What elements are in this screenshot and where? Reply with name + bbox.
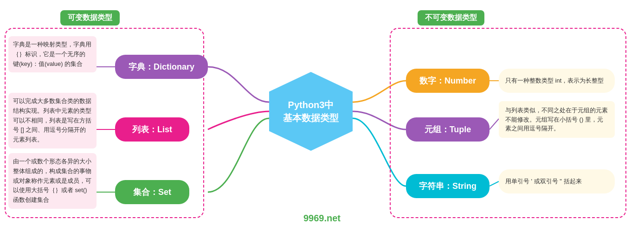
set-description: 由一个或数个形态各异的大小整体组成的，构成集合的事物或对象称作元素或是成员，可以… — [8, 153, 97, 209]
set-label: 集合：Set — [115, 180, 189, 204]
tuple-label: 元组：Tuple — [406, 117, 489, 142]
mind-map-canvas: 可变数据类型 不可变数据类型 字典是一种映射类型，字典用｛｝标识，它是一个无序的… — [0, 0, 644, 232]
mutable-label: 可变数据类型 — [60, 10, 120, 26]
string-label: 字符串：String — [406, 174, 489, 198]
immutable-label: 不可变数据类型 — [418, 10, 484, 26]
dict-label: 字典：Dictionary — [115, 55, 208, 79]
tuple-description: 与列表类似，不同之处在于元组的元素不能修改。元组写在小括号 () 里，元素之间用… — [499, 101, 615, 138]
dict-description: 字典是一种映射类型，字典用｛｝标识，它是一个无序的 键(key)：值(value… — [8, 36, 97, 72]
number-description: 只有一种整数类型 int，表示为长整型 — [499, 69, 615, 93]
list-label: 列表：List — [115, 117, 189, 142]
string-description: 用单引号 ' 或双引号 " 括起来 — [499, 169, 615, 193]
list-description: 可以完成大多数集合类的数据结构实现。列表中元素的类型可以不相同，列表是写在方括号… — [8, 93, 97, 148]
center-node: Python3中 基本数据类型 — [269, 72, 353, 151]
number-label: 数字：Number — [406, 69, 489, 93]
watermark: 9969.net — [303, 213, 341, 224]
